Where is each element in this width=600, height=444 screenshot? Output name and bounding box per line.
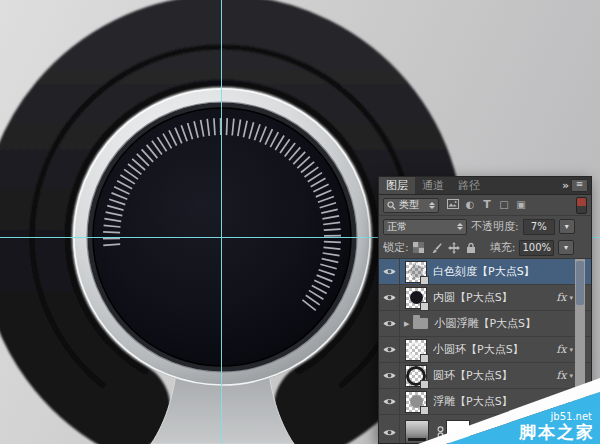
combo-arrows-icon: [457, 223, 463, 230]
layer-thumbnail[interactable]: [405, 391, 427, 413]
effects-collapse-icon[interactable]: ▾: [569, 294, 573, 302]
eye-icon: [383, 397, 396, 406]
eye-icon: [383, 428, 396, 437]
visibility-toggle[interactable]: [379, 415, 400, 443]
collapse-panel-icon[interactable]: »: [562, 181, 567, 191]
eye-icon: [383, 345, 396, 354]
layer-badge-icon: [420, 406, 429, 415]
layer-row-inner-circle[interactable]: 内圆【P大点S】 fx ▾: [379, 285, 591, 311]
mask-link-icon: [437, 426, 444, 439]
tab-layers[interactable]: 图层: [379, 177, 415, 194]
layer-thumbnail[interactable]: [405, 287, 427, 309]
layer-name[interactable]: 内圆【P大点S】: [433, 290, 513, 305]
opacity-dropdown-button[interactable]: ▾: [559, 219, 575, 234]
visibility-toggle[interactable]: [379, 337, 400, 362]
layer-effects-label[interactable]: fx: [556, 395, 566, 408]
group-disclosure-icon[interactable]: ▶: [404, 320, 409, 328]
fill-label: 填充:: [490, 240, 516, 255]
filter-pixel-icon[interactable]: [447, 199, 459, 212]
lock-row: 锁定: 填充: 100% ▾: [379, 237, 591, 258]
layer-badge-icon: [420, 380, 429, 389]
panel-menu-button[interactable]: ≡: [571, 179, 588, 192]
layer-filter-row: 类型 ◐ T □ ▣: [379, 195, 591, 216]
visibility-toggle[interactable]: [379, 259, 400, 284]
layer-thumbnail[interactable]: [405, 261, 427, 283]
layer-name[interactable]: 浮雕【P大点S】: [433, 394, 513, 409]
layer-badge-icon: [420, 354, 429, 363]
combo-arrows-icon: [429, 202, 435, 209]
eye-icon: [383, 293, 396, 302]
opacity-value[interactable]: 7%: [523, 219, 555, 235]
layer-effects-label[interactable]: fx: [556, 343, 566, 356]
layers-scrollbar[interactable]: [575, 259, 585, 443]
visibility-toggle[interactable]: [379, 285, 400, 310]
blend-mode-row: 正常 不透明度: 7% ▾: [379, 216, 591, 237]
filter-type-icon[interactable]: T: [481, 199, 493, 211]
filter-on-off-toggle[interactable]: [576, 197, 587, 214]
fill-dropdown-button[interactable]: ▾: [558, 240, 574, 255]
tab-paths[interactable]: 路径: [451, 177, 487, 194]
guide-vertical[interactable]: [221, 0, 222, 444]
opacity-label: 不透明度:: [471, 219, 519, 234]
layer-name[interactable]: 小圆环【P大点S】: [433, 342, 524, 357]
effects-collapse-icon[interactable]: ▾: [569, 346, 573, 354]
layer-thumbnail[interactable]: [405, 365, 427, 387]
layer-thumbnail[interactable]: [405, 339, 427, 361]
blend-mode-select[interactable]: 正常: [383, 219, 467, 235]
layer-effects-label[interactable]: fx: [556, 369, 566, 382]
photoshop-canvas: 图层 通道 路径 » ≡ 类型 ◐ T: [0, 0, 600, 444]
layer-effects-label[interactable]: fx: [556, 291, 566, 304]
filter-type-select[interactable]: 类型: [383, 198, 439, 213]
panel-tab-bar: 图层 通道 路径 » ≡: [379, 177, 591, 195]
blend-mode-value: 正常: [387, 220, 407, 234]
eye-icon: [383, 267, 396, 276]
layer-badge-icon: [420, 276, 429, 285]
filter-smart-object-icon[interactable]: ▣: [515, 199, 527, 211]
visibility-toggle[interactable]: [379, 363, 400, 388]
layer-row-white-ticks[interactable]: 白色刻度【P大点S】: [379, 259, 591, 285]
layers-list: 白色刻度【P大点S】 内圆【P大点S】 fx ▾ ▶ 小圆浮雕【P大点S】: [379, 258, 591, 443]
layer-mask-thumbnail[interactable]: [446, 420, 470, 443]
scrollbar-thumb[interactable]: [576, 261, 584, 305]
visibility-toggle[interactable]: [379, 389, 400, 414]
layer-row-background[interactable]: [379, 415, 591, 443]
layer-row-small-circle-emboss-group[interactable]: ▶ 小圆浮雕【P大点S】: [379, 311, 591, 337]
layer-badge-icon: [420, 302, 429, 311]
layer-name[interactable]: 白色刻度【P大点S】: [433, 264, 535, 279]
layer-row-ring[interactable]: 圆环【P大点S】 fx ▾: [379, 363, 591, 389]
effects-collapse-icon[interactable]: ▾: [569, 372, 573, 380]
filter-shape-icon[interactable]: □: [498, 199, 510, 211]
lock-all-icon[interactable]: [466, 242, 476, 254]
lock-position-icon[interactable]: [448, 242, 460, 254]
layer-row-small-ring[interactable]: 小圆环【P大点S】 fx ▾: [379, 337, 591, 363]
layers-panel: 图层 通道 路径 » ≡ 类型 ◐ T: [378, 176, 592, 444]
folder-icon: [413, 318, 428, 329]
search-icon: [387, 201, 396, 210]
visibility-toggle[interactable]: [379, 311, 400, 336]
lock-pixels-icon[interactable]: [430, 242, 442, 254]
filter-adjustment-icon[interactable]: ◐: [464, 199, 476, 211]
layer-row-emboss[interactable]: 浮雕【P大点S】 fx ▾: [379, 389, 591, 415]
layer-name[interactable]: 小圆浮雕【P大点S】: [434, 316, 536, 331]
filter-type-label: 类型: [399, 198, 419, 212]
fill-value[interactable]: 100%: [519, 240, 554, 256]
lock-label: 锁定:: [383, 240, 409, 255]
lock-transparency-icon[interactable]: [413, 242, 424, 253]
effects-collapse-icon[interactable]: ▾: [569, 398, 573, 406]
layer-name[interactable]: 圆环【P大点S】: [433, 368, 513, 383]
layer-thumbnail[interactable]: [405, 420, 429, 443]
eye-icon: [383, 371, 396, 380]
tab-channels[interactable]: 通道: [415, 177, 451, 194]
eye-icon: [383, 319, 396, 328]
